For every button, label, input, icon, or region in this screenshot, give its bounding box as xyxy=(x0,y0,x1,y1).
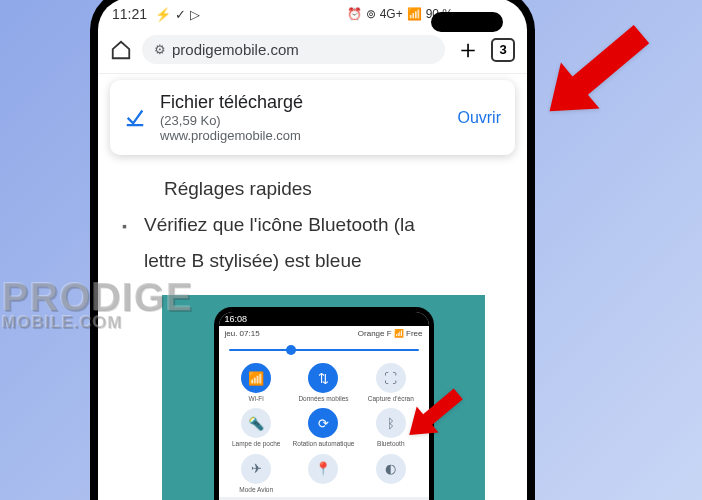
qs-tile: ✈Mode Avion xyxy=(225,454,288,493)
network-label: 4G+ xyxy=(380,7,403,21)
status-time: 11:21 xyxy=(112,6,147,22)
qs-tile: 📶Wi-Fi xyxy=(225,363,288,402)
svg-marker-1 xyxy=(530,11,660,134)
inner-status-time: 16:08 xyxy=(219,312,429,326)
qs-tile: 🔦Lampe de poche xyxy=(225,408,288,447)
toast-title: Fichier téléchargé xyxy=(160,92,457,113)
status-notification-icons: ⚡✓▷ xyxy=(155,7,200,22)
download-complete-icon xyxy=(124,105,150,131)
page-text: lettre B stylisée) est bleue xyxy=(122,243,503,279)
camera-cutout xyxy=(431,12,503,32)
watermark: PRODIGE MOBILE.COM xyxy=(2,280,193,330)
qs-tile: 📍 xyxy=(292,454,355,493)
page-text: Vérifiez que l'icône Bluetooth (la xyxy=(122,207,503,243)
home-icon[interactable] xyxy=(110,39,132,61)
qs-tile: ⇅Données mobiles xyxy=(292,363,355,402)
alarm-icon: ⏰ xyxy=(347,7,362,21)
brightness-slider xyxy=(219,341,429,359)
new-tab-button[interactable]: ＋ xyxy=(455,32,481,67)
site-settings-icon: ⚙ xyxy=(154,42,166,57)
address-bar[interactable]: ⚙ prodigemobile.com xyxy=(142,35,445,64)
download-toast: Fichier téléchargé (23,59 Ko) www.prodig… xyxy=(110,80,515,155)
browser-toolbar: ⚙ prodigemobile.com ＋ 3 xyxy=(98,26,527,74)
toast-source: www.prodigemobile.com xyxy=(160,128,457,143)
url-text: prodigemobile.com xyxy=(172,41,299,58)
signal-icon: 📶 xyxy=(407,7,422,21)
inner-date: jeu. 07:15 xyxy=(225,329,260,338)
page-text: Réglages rapides xyxy=(122,171,503,207)
toast-size: (23,59 Ko) xyxy=(160,113,457,128)
svg-marker-2 xyxy=(398,381,469,448)
annotation-arrow xyxy=(388,370,478,464)
open-file-button[interactable]: Ouvrir xyxy=(457,109,501,127)
hotspot-icon: ⊚ xyxy=(366,7,376,21)
annotation-arrow xyxy=(504,0,684,168)
qs-tile: ⟳Rotation automatique xyxy=(292,408,355,447)
